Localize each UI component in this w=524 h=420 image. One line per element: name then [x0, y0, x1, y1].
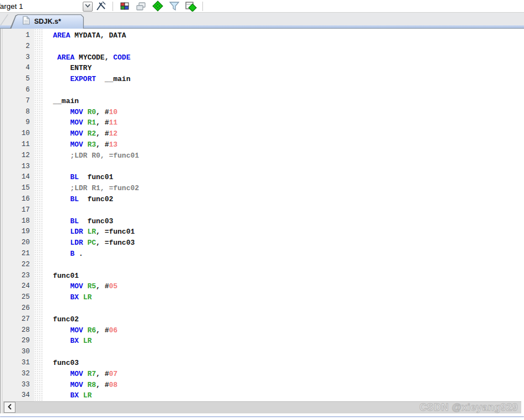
code-line: 7__main: [0, 96, 524, 107]
line-number: 32: [3, 369, 34, 380]
bookmark-margin-cell: [34, 128, 43, 139]
bookmark-margin-cell: [34, 314, 43, 325]
code-text: ENTRY: [43, 63, 92, 74]
bookmark-margin-cell: [34, 238, 43, 249]
line-number: 20: [3, 238, 34, 249]
line-number: 29: [3, 336, 34, 347]
code-text: func02: [43, 314, 79, 325]
target-select[interactable]: Target 1: [0, 0, 82, 12]
bottom-divider-line: [0, 416, 524, 417]
line-number: 18: [3, 216, 34, 227]
line-number: 8: [3, 107, 34, 118]
bookmark-margin-cell: [34, 216, 43, 227]
options-for-target-wand-icon[interactable]: [94, 1, 108, 12]
code-line: 28 MOV R6, #06: [0, 325, 524, 336]
bookmark-margin-cell: [34, 390, 43, 401]
bookmark-margin-cell: [34, 205, 43, 216]
tab-label: SDJK.s*: [34, 18, 61, 25]
line-number: 19: [3, 227, 34, 238]
line-number: 6: [3, 85, 34, 96]
line-number: 27: [3, 314, 34, 325]
build-toolbar: Target 1: [0, 0, 524, 12]
project-cube-icon[interactable]: [118, 1, 131, 12]
code-text: EXPORT __main: [43, 74, 130, 85]
code-line: 19 LDR LR, =func01: [0, 227, 524, 238]
code-line: 18 BL func03: [0, 216, 524, 227]
code-line: 9 MOV R1, #11: [0, 117, 524, 128]
code-line: 2: [0, 41, 524, 52]
code-line: 5 EXPORT __main: [0, 74, 524, 85]
bookmark-margin-cell: [34, 358, 43, 369]
bookmark-margin-cell: [34, 85, 43, 96]
bookmark-margin-cell: [34, 303, 43, 314]
bookmark-margin-cell: [34, 150, 43, 161]
code-text: [43, 41, 53, 52]
dropdown-arrow-icon: [84, 2, 91, 10]
target-select-dropdown-button[interactable]: [83, 2, 93, 12]
document-icon: [23, 16, 30, 27]
code-line: 4 ENTRY: [0, 63, 524, 74]
line-number: 9: [3, 117, 34, 128]
code-text: ;LDR R1, =func02: [43, 183, 139, 194]
line-number: 26: [3, 303, 34, 314]
code-line: 24 MOV R5, #05: [0, 281, 524, 292]
bookmark-margin-cell: [34, 30, 43, 41]
bookmark-margin-cell: [34, 260, 43, 271]
code-line: 20 LDR PC, =func03: [0, 238, 524, 249]
line-number: 33: [3, 380, 34, 391]
line-number: 4: [3, 63, 34, 74]
code-line: 8 MOV R0, #10: [0, 107, 524, 118]
code-line: 1AREA MYDATA, DATA: [0, 30, 524, 41]
code-line: 25 BX LR: [0, 292, 524, 303]
bookmark-margin-cell: [34, 161, 43, 173]
code-text: [43, 85, 53, 96]
code-text: AREA MYCODE, CODE: [43, 52, 130, 63]
code-text: MOV R0, #10: [43, 107, 117, 118]
package-diamond-icon[interactable]: [184, 1, 197, 12]
toolbar-separator: [113, 2, 113, 11]
code-line: 34 BX LR: [0, 390, 524, 401]
line-number: 16: [3, 194, 34, 205]
code-line: 33 MOV R8, #08: [0, 380, 524, 391]
scroll-left-button[interactable]: [4, 402, 15, 413]
code-text: MOV R5, #05: [43, 281, 117, 292]
line-number: 25: [3, 292, 34, 303]
code-text: MOV R3, #13: [43, 139, 117, 150]
line-number: 1: [3, 30, 34, 41]
code-text: BL func01: [43, 172, 113, 183]
bookmark-margin-cell: [34, 249, 43, 260]
line-number: 10: [3, 128, 34, 139]
tab-sdjk-s[interactable]: SDJK.s*: [10, 14, 84, 29]
code-line: 3 AREA MYCODE, CODE: [0, 52, 524, 63]
funnel-icon[interactable]: [168, 1, 181, 12]
code-text: MOV R8, #08: [43, 380, 117, 391]
green-diamond-icon[interactable]: [151, 1, 164, 12]
horizontal-scrollbar[interactable]: CSDN @xieyang929: [3, 401, 521, 413]
code-text: LDR PC, =func03: [43, 238, 135, 249]
code-line: 29 BX LR: [0, 336, 524, 347]
code-line: 6: [0, 85, 524, 96]
code-text: MOV R6, #06: [43, 325, 117, 336]
windows-stack-icon[interactable]: [135, 1, 148, 12]
code-text: BL func02: [43, 194, 113, 205]
code-line: 31func03: [0, 358, 524, 369]
code-text: [43, 260, 53, 271]
line-number: 23: [3, 271, 34, 282]
target-select-value: Target 1: [0, 2, 23, 10]
bookmark-margin-cell: [34, 172, 43, 183]
code-line: 30: [0, 347, 524, 358]
code-line: 12 ;LDR R0, =func01: [0, 150, 524, 161]
bookmark-margin-cell: [34, 347, 43, 358]
line-number: 22: [3, 260, 34, 271]
bookmark-margin-cell: [34, 107, 43, 118]
line-number: 7: [3, 96, 34, 107]
code-line: 17: [0, 205, 524, 216]
line-number: 2: [3, 41, 34, 52]
code-line: 15 ;LDR R1, =func02: [0, 183, 524, 194]
line-number: 12: [3, 150, 34, 161]
bookmark-margin-cell: [34, 41, 43, 52]
bookmark-margin-cell: [34, 183, 43, 194]
bookmark-margin-cell: [34, 292, 43, 303]
code-line: 10 MOV R2, #12: [0, 128, 524, 139]
code-text-area[interactable]: 1AREA MYDATA, DATA23 AREA MYCODE, CODE4 …: [0, 29, 524, 401]
